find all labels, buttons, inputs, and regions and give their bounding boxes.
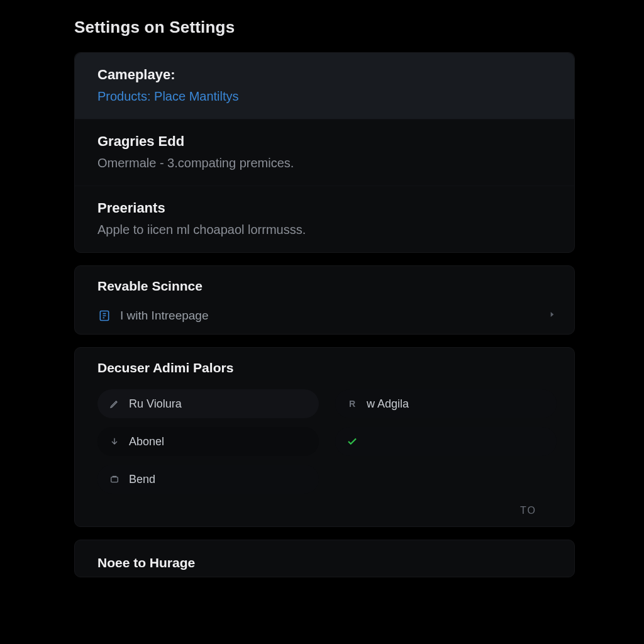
section-header: Revable Scinnce xyxy=(75,266,574,303)
row-title: Gragries Edd xyxy=(97,133,557,150)
pill-label: Bend xyxy=(129,473,155,486)
settings-group-3: Decuser Adimi Palors Ru Violura R w Adgi… xyxy=(74,347,575,527)
row-subtitle[interactable]: Products: Place Mantiltys xyxy=(97,89,557,104)
settings-row-gragries[interactable]: Gragries Edd Omermale - 3.compating prem… xyxy=(75,119,574,186)
page-title: Settings on Settings xyxy=(74,18,575,37)
pill-abonel[interactable]: Abonel xyxy=(97,427,319,456)
row-subtitle: Apple to iicen ml choapaol lorrmusss. xyxy=(97,223,557,237)
check-icon xyxy=(347,436,358,447)
settings-page: Settings on Settings Cameplaye: Products… xyxy=(0,0,644,577)
arrow-down-icon xyxy=(109,436,120,447)
chevron-right-icon xyxy=(548,310,557,321)
pill-label: Ru Violura xyxy=(129,397,182,411)
pill-w-adgila[interactable]: R w Adgila xyxy=(335,389,557,418)
palors-grid: Ru Violura R w Adgila Abonel xyxy=(75,384,574,505)
settings-group-2: Revable Scinnce I with Intreepage xyxy=(74,265,575,335)
to-label: TO xyxy=(75,505,574,526)
row-title: Cameplaye: xyxy=(97,67,557,83)
pill-label: w Adgila xyxy=(367,397,409,411)
settings-group-1: Cameplaye: Products: Place Mantiltys Gra… xyxy=(74,52,575,253)
settings-group-4: Noee to Hurage xyxy=(74,540,575,577)
pill-bend[interactable]: Bend xyxy=(97,465,319,494)
pill-check[interactable] xyxy=(335,427,557,456)
svg-rect-1 xyxy=(111,477,118,482)
nav-label: I with Intreepage xyxy=(120,309,208,323)
pill-label: Abonel xyxy=(129,435,164,448)
pen-icon xyxy=(109,398,120,409)
section-header: Decuser Adimi Palors xyxy=(75,348,574,384)
letter-r-icon: R xyxy=(347,399,358,409)
pill-ru-violura[interactable]: Ru Violura xyxy=(97,389,319,418)
row-title: Preeriants xyxy=(97,200,557,216)
settings-row-cameplaye[interactable]: Cameplaye: Products: Place Mantiltys xyxy=(75,53,574,119)
row-subtitle: Omermale - 3.compating premices. xyxy=(97,156,557,170)
settings-row-preeriants[interactable]: Preeriants Apple to iicen ml choapaol lo… xyxy=(75,186,574,252)
section-header: Noee to Hurage xyxy=(75,540,574,577)
nav-row-intreepage[interactable]: I with Intreepage xyxy=(75,303,574,334)
page-icon xyxy=(97,309,111,323)
package-icon xyxy=(109,474,120,485)
